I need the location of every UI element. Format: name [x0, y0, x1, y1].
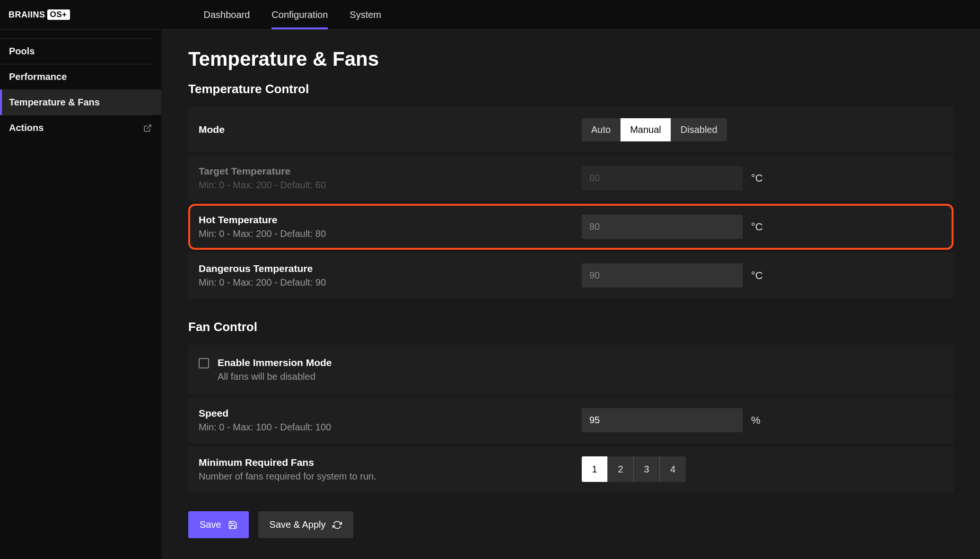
- dangerous-temp-unit: °C: [743, 270, 771, 282]
- section-title-temperature: Temperature Control: [188, 82, 954, 96]
- sidebar-item-pools[interactable]: Pools: [0, 38, 152, 64]
- sidebar-item-label: Pools: [9, 46, 35, 57]
- sidebar-item-label: Temperature & Fans: [9, 97, 100, 108]
- row-dangerous-temperature: Dangerous Temperature Min: 0 - Max: 200 …: [188, 253, 954, 298]
- save-button-label: Save: [200, 519, 221, 530]
- section-title-fan: Fan Control: [188, 320, 954, 334]
- sidebar-item-performance[interactable]: Performance: [0, 64, 152, 89]
- min-fans-1[interactable]: 1: [582, 456, 608, 482]
- page-title: Temperature & Fans: [188, 48, 954, 70]
- row-min-fans: Minimum Required Fans Number of fans req…: [188, 446, 954, 492]
- mode-segmented: Auto Manual Disabled: [582, 118, 727, 141]
- topnav-configuration[interactable]: Configuration: [261, 0, 339, 29]
- row-speed: Speed Min: 0 - Max: 100 - Default: 100 %: [188, 397, 954, 443]
- row-mode: Mode Auto Manual Disabled: [188, 107, 954, 152]
- mode-disabled[interactable]: Disabled: [671, 118, 727, 141]
- logo: BRAIINS OS+: [9, 9, 70, 20]
- sidebar-item-actions[interactable]: Actions: [0, 115, 152, 140]
- sidebar-item-label: Performance: [9, 71, 67, 82]
- target-temp-label: Target Temperature: [199, 166, 582, 177]
- row-immersion-mode: Enable Immersion Mode All fans will be d…: [188, 345, 954, 394]
- sidebar-item-label: Actions: [9, 122, 44, 133]
- save-button[interactable]: Save: [188, 511, 249, 538]
- dangerous-temp-label: Dangerous Temperature: [199, 263, 582, 274]
- hot-temp-range: Min: 0 - Max: 200 - Default: 80: [199, 228, 582, 239]
- sidebar-item-temperature-fans[interactable]: Temperature & Fans: [0, 89, 161, 115]
- refresh-icon: [332, 520, 342, 530]
- immersion-checkbox[interactable]: [199, 358, 209, 368]
- sidebar: Pools Performance Temperature & Fans Act…: [0, 30, 162, 559]
- topnav-system[interactable]: System: [339, 0, 392, 29]
- save-apply-button-label: Save & Apply: [270, 519, 326, 530]
- speed-unit: %: [743, 414, 769, 427]
- immersion-sub: All fans will be disabled: [218, 371, 332, 382]
- logo-text: BRAIINS: [9, 10, 45, 20]
- hot-temp-unit: °C: [743, 221, 771, 233]
- topnav-dashboard[interactable]: Dashboard: [193, 0, 261, 29]
- min-fans-2[interactable]: 2: [608, 456, 634, 482]
- target-temp-range: Min: 0 - Max: 200 - Default: 60: [199, 180, 582, 191]
- save-icon: [228, 520, 237, 530]
- min-fans-label: Minimum Required Fans: [199, 457, 582, 468]
- hot-temp-input[interactable]: [582, 215, 743, 239]
- hot-temp-label: Hot Temperature: [199, 214, 582, 226]
- target-temp-unit: °C: [743, 172, 771, 184]
- mode-label: Mode: [199, 124, 582, 135]
- speed-label: Speed: [199, 408, 582, 419]
- save-apply-button[interactable]: Save & Apply: [258, 511, 353, 538]
- top-nav: Dashboard Configuration System: [193, 0, 393, 29]
- dangerous-temp-input[interactable]: [582, 263, 743, 288]
- target-temp-input[interactable]: [582, 166, 743, 190]
- external-link-icon: [143, 124, 152, 132]
- min-fans-3[interactable]: 3: [634, 456, 660, 482]
- immersion-label: Enable Immersion Mode: [218, 357, 332, 368]
- dangerous-temp-range: Min: 0 - Max: 200 - Default: 90: [199, 277, 582, 288]
- min-fans-4[interactable]: 4: [660, 456, 686, 482]
- speed-input[interactable]: [582, 408, 743, 432]
- row-hot-temperature: Hot Temperature Min: 0 - Max: 200 - Defa…: [188, 204, 954, 250]
- mode-manual[interactable]: Manual: [620, 118, 671, 141]
- min-fans-sub: Number of fans required for system to ru…: [199, 471, 582, 482]
- mode-auto[interactable]: Auto: [582, 118, 620, 141]
- logo-badge: OS+: [47, 9, 70, 20]
- min-fans-segmented: 1 2 3 4: [582, 456, 686, 482]
- speed-range: Min: 0 - Max: 100 - Default: 100: [199, 422, 582, 433]
- svg-line-0: [147, 125, 151, 129]
- row-target-temperature: Target Temperature Min: 0 - Max: 200 - D…: [188, 155, 954, 201]
